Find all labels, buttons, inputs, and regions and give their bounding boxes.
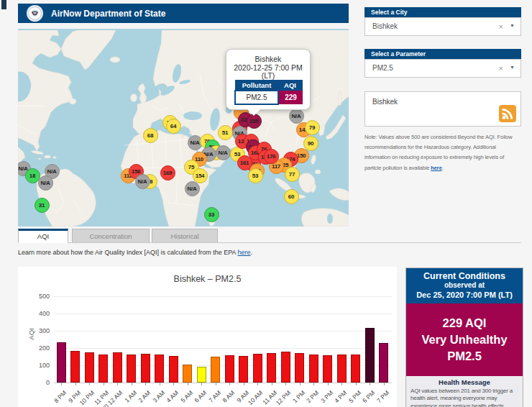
chart-bar	[365, 328, 375, 383]
map-marker[interactable]: 60	[284, 189, 299, 204]
note-link[interactable]: here	[431, 165, 441, 171]
chart-bar	[155, 355, 164, 383]
gridline	[54, 348, 392, 349]
map-tooltip: Bishkek 2020-12-25 7:00 PM (LT) Pollutan…	[226, 49, 311, 110]
x-tick	[328, 383, 329, 385]
cc-observed-at: observed at	[408, 281, 521, 290]
chart-bar	[183, 365, 192, 383]
city-select[interactable]: Bishkek × ▼	[364, 17, 521, 36]
gridline	[54, 296, 392, 297]
x-tick	[300, 383, 301, 385]
map-marker[interactable]: N/A	[38, 175, 53, 191]
select-parameter-header: Select a Parameter	[364, 49, 521, 59]
y-tick-label: 100	[18, 362, 50, 369]
chart-bar	[70, 351, 80, 383]
cc-health-section: Health Message AQI values between 201 an…	[406, 376, 523, 407]
x-tick	[61, 383, 62, 385]
map-marker[interactable]: N/A	[135, 174, 150, 189]
chart-bar	[85, 352, 94, 383]
learn-more-period: .	[251, 249, 253, 256]
city-caret-icon[interactable]: ▼	[510, 17, 515, 35]
x-tick	[229, 383, 230, 385]
chart-bar	[267, 353, 276, 383]
cc-aqi-pollutant: PM2.5	[406, 348, 523, 365]
note-period: .	[442, 165, 444, 171]
map-marker[interactable]: 176	[264, 149, 279, 164]
map-marker[interactable]: 64	[166, 119, 181, 134]
learn-more-link[interactable]: here	[238, 249, 251, 256]
y-tick-label: 400	[18, 310, 50, 317]
tooltip-tz: (LT)	[226, 72, 310, 81]
tooltip-city: Bishkek	[226, 55, 310, 64]
learn-more-text: Learn more about how the Air Quality Ind…	[18, 249, 252, 256]
chart-bar	[57, 342, 66, 383]
parameter-select[interactable]: PM2.5 × ▼	[364, 59, 521, 78]
tooltip-aqi-value: 229	[278, 91, 303, 104]
chart-bar	[169, 356, 178, 383]
map-marker[interactable]: 90	[303, 136, 318, 151]
x-tick	[75, 383, 76, 385]
chart-bar	[141, 354, 150, 383]
cc-aqi-value: 229 AQI	[406, 315, 523, 331]
parameter-select-value: PM2.5	[372, 64, 393, 72]
y-tick-label: 300	[18, 327, 50, 334]
map-marker[interactable]: 77	[285, 167, 300, 182]
x-tick	[132, 383, 132, 385]
rss-city-box: Bishkek	[364, 91, 521, 127]
current-conditions-panel: Current Conditions observed at Dec 25, 2…	[405, 267, 523, 407]
page-title: AirNow Department of State	[51, 9, 165, 19]
note-text: Note: Values above 500 are considered Be…	[364, 132, 520, 173]
chart-bar	[239, 356, 248, 383]
x-tick	[117, 383, 118, 385]
map-marker[interactable]: N/A	[185, 181, 200, 196]
cc-aqi-box: 229 AQI Very Unhealthy PM2.5	[406, 303, 523, 376]
map-marker[interactable]: 33	[204, 207, 219, 222]
app-header: AirNow Department of State	[18, 4, 349, 23]
tooltip-col-pollutant: Pollutant	[235, 80, 278, 91]
y-tick-label: 0	[18, 379, 50, 386]
chart-bar	[197, 367, 206, 383]
tab-historical[interactable]: Historical	[152, 229, 218, 243]
map-marker[interactable]: 68	[143, 128, 158, 143]
x-tick	[257, 383, 258, 385]
rss-icon[interactable]	[499, 105, 516, 122]
map-marker[interactable]: N/A	[216, 145, 231, 160]
map-marker[interactable]: 31	[35, 198, 50, 213]
x-tick	[160, 383, 160, 385]
cc-aqi-category: Very Unhealthy	[406, 331, 523, 348]
x-tick	[244, 383, 244, 385]
aqi-bar-chart: Bishkek – PM2.5 AQI 01002003004005008 PM…	[18, 267, 397, 407]
x-tick	[173, 383, 174, 385]
chart-bar	[309, 355, 318, 383]
x-tick	[216, 383, 216, 385]
map-marker[interactable]: 154	[193, 168, 208, 183]
map-marker[interactable]: 51	[218, 125, 233, 140]
world-aqi-map[interactable]: N/A18N/AN/A3168706411215848N/A16951N/A70…	[18, 29, 349, 227]
rss-city-label: Bishkek	[372, 98, 398, 106]
chart-bar	[127, 355, 136, 383]
x-tick	[341, 383, 342, 385]
x-tick	[89, 383, 90, 385]
y-tick-label: 200	[18, 344, 50, 352]
parameter-clear-icon[interactable]: ×	[499, 60, 503, 77]
chart-bar	[225, 355, 234, 383]
chart-bar	[98, 355, 108, 383]
map-marker[interactable]: 53	[248, 168, 263, 183]
page: AirNow Department of State	[0, 0, 532, 407]
cc-datetime: Dec 25, 2020 7:00 PM (LT)	[408, 290, 521, 300]
chart-bar	[351, 355, 360, 383]
y-tick-label: 500	[18, 293, 50, 300]
tab-aqi[interactable]: AQI	[18, 229, 68, 243]
chart-bar	[253, 354, 262, 383]
tooltip-pollutant-value: PM2.5	[235, 91, 278, 104]
tab-concentration[interactable]: Concentration	[72, 229, 150, 243]
map-marker[interactable]: 169	[160, 165, 175, 180]
city-select-value: Bishkek	[372, 22, 398, 30]
city-clear-icon[interactable]: ×	[499, 18, 503, 35]
map-tooltip-arrow	[247, 109, 260, 116]
parameter-caret-icon[interactable]: ▼	[510, 59, 515, 76]
dos-seal-icon	[26, 4, 44, 22]
map-marker[interactable]: N/A	[289, 109, 304, 124]
map-marker[interactable]: 79	[305, 120, 320, 135]
x-tick	[285, 383, 286, 385]
